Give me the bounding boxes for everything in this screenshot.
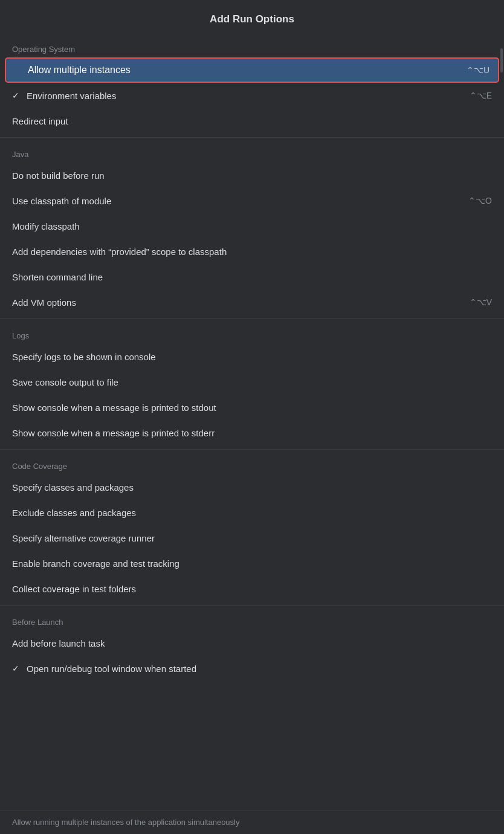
item-label-add-dependencies: Add dependencies with “provided” scope t… bbox=[12, 247, 492, 257]
item-label-exclude-classes: Exclude classes and packages bbox=[12, 508, 492, 518]
menu-item-do-not-build[interactable]: Do not build before run bbox=[0, 163, 504, 188]
divider-after-operating-system bbox=[0, 137, 504, 138]
shortcut-add-vm-options: ⌃⌥V bbox=[470, 297, 492, 307]
add-run-options-dialog: Add Run Options Operating SystemAllow mu… bbox=[0, 0, 504, 834]
checkmark-environment-variables: ✓ bbox=[12, 91, 19, 100]
menu-item-show-console-stderr[interactable]: Show console when a message is printed t… bbox=[0, 420, 504, 445]
menu-item-use-classpath[interactable]: Use classpath of module⌃⌥O bbox=[0, 188, 504, 213]
item-label-do-not-build: Do not build before run bbox=[12, 170, 492, 181]
menu-item-specify-coverage-runner[interactable]: Specify alternative coverage runner bbox=[0, 525, 504, 551]
menu-item-enable-branch-coverage[interactable]: Enable branch coverage and test tracking bbox=[0, 551, 504, 576]
menu-item-add-dependencies[interactable]: Add dependencies with “provided” scope t… bbox=[0, 239, 504, 264]
menu-item-open-run-debug[interactable]: ✓Open run/debug tool window when started bbox=[0, 656, 504, 681]
menu-item-specify-classes[interactable]: Specify classes and packages bbox=[0, 474, 504, 500]
item-label-specify-logs: Specify logs to be shown in console bbox=[12, 352, 492, 362]
item-label-use-classpath: Use classpath of module bbox=[12, 196, 468, 206]
item-label-show-console-stderr: Show console when a message is printed t… bbox=[12, 428, 492, 438]
item-label-redirect-input: Redirect input bbox=[12, 116, 492, 126]
shortcut-allow-multiple-instances: ⌃⌥U bbox=[467, 65, 489, 75]
menu-item-save-console-output[interactable]: Save console output to file bbox=[0, 369, 504, 395]
item-label-open-run-debug: Open run/debug tool window when started bbox=[27, 664, 492, 674]
menu-item-allow-multiple-instances[interactable]: Allow multiple instances⌃⌥U bbox=[5, 57, 499, 83]
checkmark-open-run-debug: ✓ bbox=[12, 664, 19, 673]
section-header-before-launch: Before Launch bbox=[0, 609, 504, 630]
status-text: Allow running multiple instances of the … bbox=[12, 818, 240, 827]
menu-item-show-console-stdout[interactable]: Show console when a message is printed t… bbox=[0, 395, 504, 420]
item-label-allow-multiple-instances: Allow multiple instances bbox=[28, 65, 467, 76]
shortcut-environment-variables: ⌃⌥E bbox=[470, 91, 492, 100]
item-label-add-before-launch: Add before launch task bbox=[12, 638, 492, 648]
menu-item-exclude-classes[interactable]: Exclude classes and packages bbox=[0, 500, 504, 525]
sections-container: Operating SystemAllow multiple instances… bbox=[0, 36, 504, 681]
item-label-shorten-command-line: Shorten command line bbox=[12, 272, 492, 282]
shortcut-use-classpath: ⌃⌥O bbox=[468, 196, 492, 205]
menu-item-specify-logs[interactable]: Specify logs to be shown in console bbox=[0, 344, 504, 369]
divider-after-logs bbox=[0, 449, 504, 450]
section-header-java: Java bbox=[0, 141, 504, 163]
section-header-logs: Logs bbox=[0, 323, 504, 344]
item-label-specify-coverage-runner: Specify alternative coverage runner bbox=[12, 533, 492, 543]
item-label-enable-branch-coverage: Enable branch coverage and test tracking bbox=[12, 558, 492, 569]
menu-item-shorten-command-line[interactable]: Shorten command line bbox=[0, 264, 504, 289]
item-label-specify-classes: Specify classes and packages bbox=[12, 482, 492, 493]
item-label-collect-coverage: Collect coverage in test folders bbox=[12, 584, 492, 594]
menu-item-redirect-input[interactable]: Redirect input bbox=[0, 108, 504, 134]
divider-after-code-coverage bbox=[0, 605, 504, 606]
menu-item-add-before-launch[interactable]: Add before launch task bbox=[0, 630, 504, 656]
status-bar: Allow running multiple instances of the … bbox=[0, 810, 504, 834]
item-label-environment-variables: Environment variables bbox=[27, 91, 470, 101]
item-label-show-console-stdout: Show console when a message is printed t… bbox=[12, 402, 492, 413]
menu-item-modify-classpath[interactable]: Modify classpath bbox=[0, 213, 504, 239]
divider-after-java bbox=[0, 318, 504, 319]
item-label-modify-classpath: Modify classpath bbox=[12, 221, 492, 231]
item-label-save-console-output: Save console output to file bbox=[12, 377, 492, 387]
dialog-title: Add Run Options bbox=[0, 0, 504, 36]
menu-item-add-vm-options[interactable]: Add VM options⌃⌥V bbox=[0, 289, 504, 315]
scrollbar-indicator[interactable] bbox=[500, 48, 503, 73]
menu-item-collect-coverage[interactable]: Collect coverage in test folders bbox=[0, 576, 504, 601]
content-area: Operating SystemAllow multiple instances… bbox=[0, 36, 504, 810]
section-header-operating-system: Operating System bbox=[0, 36, 504, 57]
section-header-code-coverage: Code Coverage bbox=[0, 453, 504, 474]
menu-item-environment-variables[interactable]: ✓Environment variables⌃⌥E bbox=[0, 83, 504, 108]
item-label-add-vm-options: Add VM options bbox=[12, 297, 470, 308]
